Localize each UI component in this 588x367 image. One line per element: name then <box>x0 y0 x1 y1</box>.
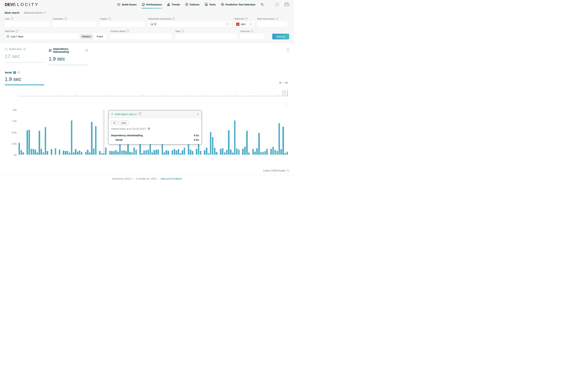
build-duration-bar[interactable] <box>204 150 205 155</box>
build-bar-slot[interactable] <box>46 110 49 155</box>
custom-values-input[interactable] <box>110 34 172 39</box>
build-duration-bar[interactable] <box>214 148 216 155</box>
build-bar-slot[interactable] <box>44 110 46 155</box>
build-duration-bar[interactable] <box>208 153 209 155</box>
build-duration-bar[interactable] <box>232 153 233 155</box>
requested-commands-clear-icon[interactable]: ✕ <box>226 22 229 26</box>
build-duration-bar[interactable] <box>41 149 42 155</box>
build-duration-bar[interactable] <box>133 148 135 155</box>
build-duration-bar[interactable] <box>264 151 266 155</box>
build-scan-link[interactable]: build-agent-npm ci <box>115 113 137 116</box>
build-bar-slot[interactable] <box>59 110 61 155</box>
build-duration-bar[interactable] <box>151 152 153 155</box>
build-duration-bar[interactable] <box>246 131 248 155</box>
build-duration-bar[interactable] <box>176 150 177 155</box>
build-bar-slot[interactable] <box>83 110 85 155</box>
build-duration-bar[interactable] <box>262 152 264 155</box>
build-duration-bar[interactable] <box>123 150 125 155</box>
build-tool-version-help-icon[interactable]: ? <box>276 17 278 20</box>
build-duration-bar[interactable] <box>164 152 165 155</box>
build-duration-bar[interactable] <box>65 151 66 155</box>
timeline-minimap[interactable] <box>18 90 288 96</box>
build-duration-bar[interactable] <box>277 151 278 155</box>
build-bar-slot[interactable] <box>284 110 286 155</box>
dependency-downloading-help-icon[interactable]: ? <box>86 49 88 52</box>
build-duration-bar[interactable] <box>286 152 288 155</box>
build-duration-bar[interactable] <box>174 149 175 155</box>
build-bar-slot[interactable] <box>24 110 26 155</box>
build-duration-bar[interactable] <box>55 148 56 155</box>
build-duration-bar[interactable] <box>63 150 64 155</box>
build-bar-slot[interactable] <box>224 110 226 155</box>
nav-failures[interactable]: Failures <box>185 3 199 7</box>
build-duration-bar[interactable] <box>101 153 103 155</box>
build-duration-bar[interactable] <box>258 133 260 155</box>
build-duration-bar[interactable] <box>111 151 113 155</box>
build-bar-slot[interactable] <box>240 110 242 155</box>
build-duration-bar[interactable] <box>121 150 123 155</box>
build-duration-bar[interactable] <box>182 150 183 155</box>
build-bar-slot[interactable] <box>226 110 228 155</box>
build-bar-slot[interactable] <box>91 110 93 155</box>
build-bar-slot[interactable] <box>220 110 222 155</box>
build-bar-slot[interactable] <box>244 110 246 155</box>
build-tool-clear-icon[interactable]: ✕ <box>249 22 252 26</box>
build-bar-slot[interactable] <box>282 110 284 155</box>
build-duration-bar[interactable] <box>272 147 274 155</box>
serial-help-icon[interactable]: ? <box>17 71 20 74</box>
build-duration-bar[interactable] <box>147 150 149 155</box>
build-duration-bar[interactable] <box>73 152 74 155</box>
build-bar-slot[interactable] <box>61 110 63 155</box>
build-bar-slot[interactable] <box>262 110 264 155</box>
build-bar-slot[interactable] <box>67 110 69 155</box>
build-duration-bar[interactable] <box>87 150 88 155</box>
build-bar-slot[interactable] <box>250 110 252 155</box>
build-duration-bar[interactable] <box>95 126 97 155</box>
pan-right-icon[interactable] <box>284 82 288 84</box>
requested-commands-input[interactable]: ci✕ ✕ <box>148 21 231 27</box>
build-bar-slot[interactable] <box>73 110 75 155</box>
build-duration-bar[interactable] <box>22 152 24 155</box>
build-duration-bar[interactable] <box>93 149 95 155</box>
build-bar-slot[interactable] <box>95 110 97 155</box>
relative-mode-button[interactable]: Relative <box>80 34 93 39</box>
build-duration-bar[interactable] <box>77 151 78 155</box>
build-bar-slot[interactable] <box>258 110 260 155</box>
user-avatar[interactable] <box>284 2 289 7</box>
build-duration-bar[interactable] <box>210 132 211 155</box>
build-duration-bar[interactable] <box>37 152 38 155</box>
build-bar-slot[interactable] <box>264 110 266 155</box>
build-duration-bar[interactable] <box>29 130 30 155</box>
build-bar-slot[interactable] <box>28 110 30 155</box>
build-duration-bar[interactable] <box>196 149 197 155</box>
build-bar-slot[interactable] <box>63 110 65 155</box>
build-duration-bar[interactable] <box>280 149 282 155</box>
project-input[interactable] <box>100 21 145 27</box>
build-bar-slot[interactable] <box>254 110 256 155</box>
build-duration-bar[interactable] <box>115 150 117 155</box>
build-duration-bar[interactable] <box>135 150 137 155</box>
build-tool-help-icon[interactable]: ? <box>245 17 248 20</box>
build-bar-slot[interactable] <box>222 110 224 155</box>
build-duration-bar[interactable] <box>180 153 181 155</box>
build-bar-slot[interactable] <box>214 110 216 155</box>
build-duration-bar[interactable] <box>168 151 169 155</box>
build-duration-bar[interactable] <box>224 152 226 155</box>
build-duration-bar[interactable] <box>178 149 179 155</box>
nav-performance[interactable]: Performance <box>142 3 162 7</box>
requested-commands-help-icon[interactable]: ? <box>172 17 175 20</box>
build-bar-slot[interactable] <box>238 110 240 155</box>
build-duration-bar[interactable] <box>51 149 52 155</box>
build-duration-bar[interactable] <box>21 150 22 155</box>
build-duration-bar[interactable] <box>266 149 268 155</box>
build-time-help-icon[interactable]: ? <box>23 48 26 50</box>
build-bar-slot[interactable] <box>276 110 278 155</box>
build-bar-slot[interactable] <box>278 110 280 155</box>
build-duration-bar[interactable] <box>248 153 250 155</box>
serial-series-swatch[interactable] <box>13 71 16 74</box>
build-duration-bar[interactable] <box>131 152 133 155</box>
build-bar-slot[interactable] <box>52 110 54 155</box>
hovered-build-bar[interactable] <box>103 110 105 155</box>
build-duration-bar[interactable] <box>99 151 101 155</box>
build-duration-bar[interactable] <box>35 150 36 155</box>
